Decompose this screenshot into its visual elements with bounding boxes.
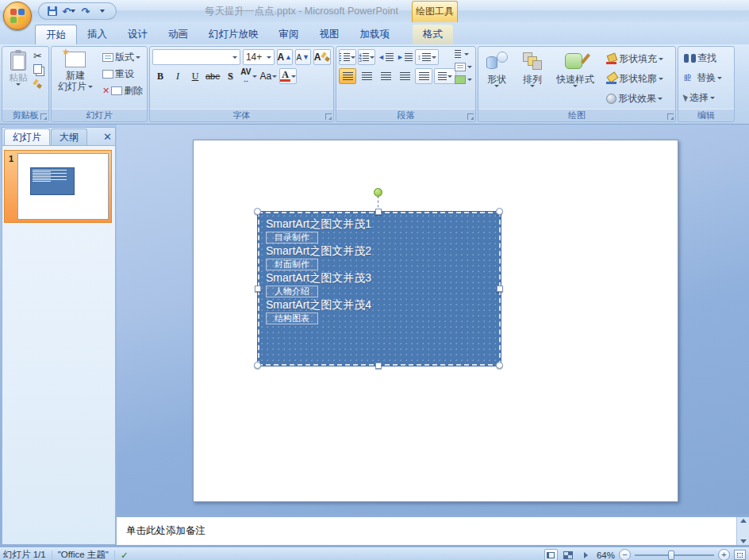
smartart-textbox[interactable]: SmartArt之图文并茂1 目录制作 SmartArt之图文并茂2 封面制作 …: [258, 212, 501, 366]
strikethrough-button[interactable]: abe: [205, 68, 221, 84]
paragraph-dialog-launcher[interactable]: [467, 113, 474, 120]
tab-format[interactable]: 格式: [413, 25, 453, 44]
resize-handle-left[interactable]: [255, 286, 261, 292]
tab-addins[interactable]: 加载项: [350, 25, 401, 44]
resize-handle-bottom[interactable]: [375, 362, 382, 369]
fit-to-window-button[interactable]: [734, 550, 746, 560]
zoom-out-button[interactable]: −: [619, 549, 631, 560]
spellcheck-icon[interactable]: ✓: [121, 550, 129, 560]
zoom-in-button[interactable]: +: [718, 549, 730, 560]
format-painter-icon[interactable]: [33, 79, 43, 89]
undo-icon: ↶: [63, 6, 71, 17]
tab-outline[interactable]: 大纲: [51, 128, 87, 145]
numbering-button[interactable]: 1 2 3: [358, 49, 375, 65]
increase-indent-button[interactable]: ►: [396, 49, 413, 65]
copy-icon[interactable]: [33, 64, 42, 74]
resize-handle-top[interactable]: [375, 209, 382, 215]
change-case-button[interactable]: Aa: [259, 68, 278, 84]
tab-slides-thumbnails[interactable]: 幻灯片: [4, 128, 50, 145]
justify-button[interactable]: [396, 68, 413, 84]
resize-handle-right[interactable]: [497, 286, 503, 292]
align-left-button[interactable]: [339, 68, 356, 84]
align-right-button[interactable]: [377, 68, 394, 84]
cut-icon[interactable]: ✂: [33, 51, 44, 61]
zoom-slider[interactable]: [635, 554, 714, 556]
close-panel-button[interactable]: ✕: [103, 131, 112, 143]
distribute-button[interactable]: [415, 68, 432, 84]
tab-animations[interactable]: 动画: [158, 25, 198, 44]
shrink-font-button[interactable]: A▼: [295, 49, 311, 65]
smartart-line-title[interactable]: SmartArt之图文并茂4: [266, 298, 499, 312]
align-center-button[interactable]: [358, 68, 375, 84]
italic-button[interactable]: I: [170, 68, 186, 84]
resize-handle-top-right[interactable]: [496, 208, 503, 215]
bullets-button[interactable]: [339, 49, 356, 65]
tab-home[interactable]: 开始: [35, 25, 77, 44]
clear-formatting-button[interactable]: A: [313, 49, 331, 65]
bold-button[interactable]: B: [152, 68, 168, 84]
delete-slide-button[interactable]: ✕删除: [99, 82, 146, 98]
line-spacing-button[interactable]: ↕: [415, 49, 439, 65]
customize-qat-button[interactable]: [95, 4, 109, 18]
scroll-down-icon[interactable]: [740, 539, 747, 543]
underline-button[interactable]: U: [187, 68, 203, 84]
columns-button[interactable]: [434, 68, 456, 84]
scroll-up-icon[interactable]: [740, 519, 747, 523]
slide-sorter-button[interactable]: [562, 549, 575, 560]
slideshow-button[interactable]: [579, 549, 593, 560]
smartart-line-title[interactable]: SmartArt之图文并茂2: [266, 244, 499, 258]
font-color-button[interactable]: A: [279, 68, 297, 84]
tab-slideshow[interactable]: 幻灯片放映: [198, 25, 269, 44]
select-button[interactable]: 选择: [681, 90, 732, 105]
shape-fill-button[interactable]: 形状填充: [603, 51, 666, 67]
layout-button[interactable]: 版式: [99, 49, 146, 65]
font-size-combo[interactable]: 14+: [243, 49, 275, 65]
font-name-combo[interactable]: [152, 49, 240, 65]
reset-button[interactable]: 重设: [99, 66, 146, 82]
tab-insert[interactable]: 插入: [77, 25, 117, 44]
shapes-button[interactable]: 形状: [481, 49, 513, 109]
smartart-line-sub[interactable]: 封面制作: [266, 259, 318, 270]
new-slide-button[interactable]: 新建 幻灯片: [54, 49, 97, 109]
notes-panel[interactable]: 单击此处添加备注: [117, 516, 749, 546]
convert-smartart-button[interactable]: [455, 75, 472, 84]
notes-scrollbar[interactable]: [736, 517, 749, 545]
arrange-button[interactable]: 排列: [517, 49, 547, 109]
text-direction-button[interactable]: [455, 50, 472, 59]
zoom-slider-thumb[interactable]: [668, 550, 674, 560]
quick-styles-button[interactable]: 快速样式: [552, 49, 598, 109]
decrease-indent-button[interactable]: ◄: [377, 49, 394, 65]
smartart-line-sub[interactable]: 结构图表: [266, 313, 318, 324]
font-dialog-launcher[interactable]: [325, 113, 332, 120]
save-button[interactable]: [45, 4, 60, 18]
align-text-button[interactable]: [455, 63, 472, 71]
tab-view[interactable]: 视图: [309, 25, 350, 44]
smartart-line-sub[interactable]: 目录制作: [266, 232, 318, 244]
undo-button[interactable]: ↶: [62, 4, 76, 18]
office-button[interactable]: [3, 2, 32, 30]
text-shadow-button[interactable]: S: [222, 68, 238, 84]
find-button[interactable]: 查找: [681, 50, 732, 66]
resize-handle-top-left[interactable]: [254, 208, 261, 215]
clipboard-dialog-launcher[interactable]: [40, 113, 47, 120]
character-spacing-button[interactable]: AV↔: [240, 68, 257, 84]
tab-review[interactable]: 审阅: [269, 25, 309, 44]
tab-design[interactable]: 设计: [117, 25, 158, 44]
paste-button[interactable]: 粘贴: [5, 49, 32, 109]
smartart-line-title[interactable]: SmartArt之图文并茂1: [266, 217, 499, 231]
smartart-line-title[interactable]: SmartArt之图文并茂3: [266, 271, 499, 285]
smartart-line-sub[interactable]: 人物介绍: [266, 286, 318, 297]
grow-font-button[interactable]: A▲: [277, 49, 293, 65]
replace-button[interactable]: abac替换: [681, 70, 732, 86]
chevron-down-icon: [659, 78, 663, 80]
slide-thumbnail-selected[interactable]: 1: [4, 150, 112, 223]
shape-effects-button[interactable]: 形状效果: [603, 90, 666, 106]
resize-handle-bottom-left[interactable]: [254, 362, 261, 369]
drawing-dialog-launcher[interactable]: [667, 113, 674, 120]
normal-view-button[interactable]: [544, 549, 558, 560]
resize-handle-bottom-right[interactable]: [496, 362, 503, 369]
redo-button[interactable]: ↷: [79, 4, 93, 18]
shape-outline-button[interactable]: 形状轮廓: [603, 71, 666, 86]
zoom-level[interactable]: 64%: [597, 550, 615, 560]
rotate-handle[interactable]: [374, 188, 382, 197]
